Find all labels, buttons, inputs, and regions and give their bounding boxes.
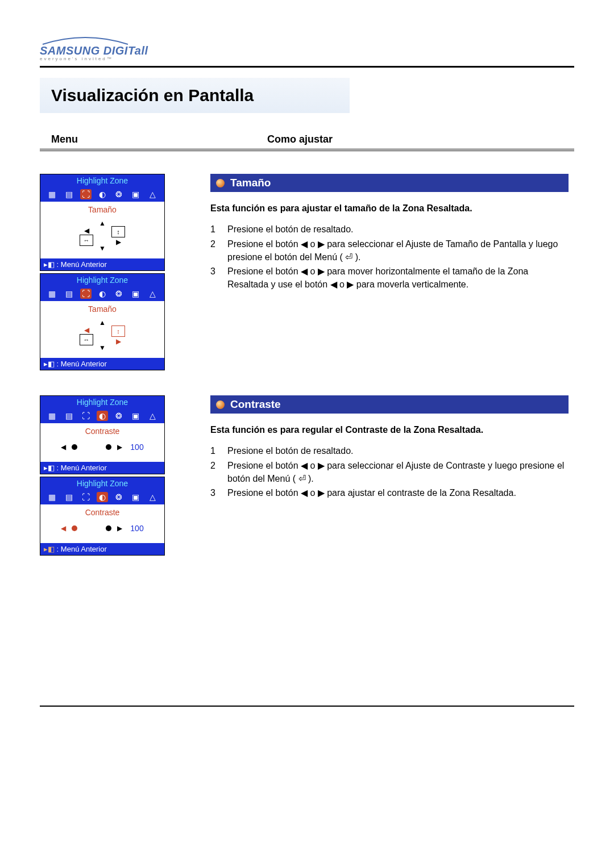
osd-title: Highlight Zone [40, 396, 164, 408]
section-intro: Esta función es para ajustar el tamaño d… [210, 202, 569, 215]
osd-icon: ◐ [97, 189, 108, 199]
step-item: Presione el botón de resaltado. [210, 444, 569, 457]
slider-knob [72, 444, 77, 450]
osd-icon-row: ▦ ▤ ⛶ ◐ ❂ ▣ △ [40, 408, 164, 423]
size-h-box: ↔ [80, 334, 93, 345]
arrow-right-icon: ▶ [117, 524, 122, 532]
section-header-tamano: Tamaño [210, 174, 569, 192]
arrow-up-icon: ▲ [99, 219, 106, 227]
size-v-box-active: ↕ [111, 326, 125, 337]
osd-footer: ▸◧ : Menú Anterior [40, 358, 164, 370]
instructions-contraste: Contraste Esta función es para regular e… [210, 395, 574, 500]
osd-body: Tamaño ▲ ◀↔ ↕▶ ▼ [40, 301, 164, 358]
instructions-tamano: Tamaño Esta función es para ajustar el t… [210, 174, 574, 292]
step-item: Presione el botón ◀ o ▶ para seleccionar… [210, 237, 569, 264]
column-headers: Menu Como ajustar [40, 133, 574, 149]
osd-size-widget: ▲ ◀↔ ↕▶ ▼ [78, 218, 126, 254]
osd-icon: ▣ [130, 189, 142, 199]
osd-title: Highlight Zone [40, 274, 164, 286]
arrow-right-icon: ▶ [116, 238, 121, 246]
osd-icon: ◐ [97, 289, 108, 299]
arrow-up-icon: ▲ [99, 319, 106, 327]
step-item: Presione el botón ◀ o ▶ para mover horiz… [210, 265, 569, 291]
osd-icon-size-selected: ⛶ [80, 289, 92, 299]
osd-icon: ▣ [130, 289, 142, 299]
osd-label: Tamaño [40, 304, 164, 314]
osd-icon-contrast-selected: ◐ [97, 411, 108, 421]
slider-value: 100 [130, 524, 143, 533]
header-divider [40, 149, 574, 151]
page-title: Visualización en Pantalla [51, 86, 338, 105]
bullet-icon [216, 400, 225, 409]
osd-body: Tamaño ▲ ◀↔ ↕▶ ▼ [40, 202, 164, 258]
osd-thumbnails-tamano: Highlight Zone ▦ ▤ ⛶ ◐ ❂ ▣ △ Tamaño ▲ ◀↔… [40, 174, 210, 373]
osd-screenshot: Highlight Zone ▦ ▤ ⛶ ◐ ❂ ▣ △ Contraste ◀… [40, 395, 165, 474]
brand-logo: SAMSUNG DIGITall everyone's invited™ [40, 34, 574, 61]
arrow-right-icon: ▶ [117, 443, 122, 451]
osd-icon: ▦ [47, 411, 58, 421]
osd-icon: △ [147, 492, 158, 502]
section-title: Contraste [230, 398, 281, 411]
osd-icon: ▣ [130, 411, 142, 421]
steps-list: Presione el botón de resaltado. Presione… [210, 223, 569, 291]
top-divider [40, 66, 574, 68]
slider-knob-active [72, 525, 77, 531]
osd-label: Tamaño [40, 205, 164, 214]
slider-knob [106, 525, 111, 531]
section-title: Tamaño [230, 177, 271, 189]
osd-icon: △ [147, 189, 158, 199]
osd-icon: ⛶ [80, 492, 92, 502]
osd-icon: ▤ [63, 411, 74, 421]
osd-icon: ❂ [113, 411, 125, 421]
arrow-left-icon: ◀ [61, 443, 66, 451]
arrow-down-icon: ▼ [99, 344, 106, 352]
osd-label: Contraste [40, 427, 164, 436]
osd-footer: ▸◧ : Menú Anterior [40, 258, 164, 270]
osd-icon-row: ▦ ▤ ⛶ ◐ ❂ ▣ △ [40, 286, 164, 301]
osd-screenshot: Highlight Zone ▦ ▤ ⛶ ◐ ❂ ▣ △ Contraste ◀… [40, 477, 165, 556]
header-menu: Menu [51, 133, 267, 145]
bullet-icon [216, 179, 225, 187]
step-item: Presione el botón ◀ o ▶ para ajustar el … [210, 486, 569, 499]
step-item: Presione el botón ◀ o ▶ para seleccionar… [210, 459, 569, 485]
osd-icon: ▦ [47, 289, 58, 299]
arrow-right-icon: ▶ [116, 337, 121, 345]
arrow-left-icon: ◀ [84, 227, 89, 235]
header-adjust: Como ajustar [267, 133, 563, 145]
slider-value: 100 [130, 443, 143, 452]
size-h-box: ↔ [80, 235, 93, 246]
osd-icon-row: ▦ ▤ ⛶ ◐ ❂ ▣ △ [40, 187, 164, 202]
steps-list: Presione el botón de resaltado. Presione… [210, 444, 569, 499]
section-header-contraste: Contraste [210, 395, 569, 414]
osd-icon: ▣ [130, 492, 142, 502]
size-v-box: ↕ [111, 226, 125, 237]
osd-footer: ▸◧ : Menú Anterior [40, 462, 164, 474]
osd-body: Contraste ◀ ▶ 100 [40, 504, 164, 543]
osd-icon: ❂ [113, 492, 125, 502]
brand-name: SAMSUNG DIGITall [40, 44, 574, 57]
osd-title: Highlight Zone [40, 174, 164, 187]
osd-icon: ▦ [47, 492, 58, 502]
osd-size-widget: ▲ ◀↔ ↕▶ ▼ [78, 317, 126, 353]
section-contraste: Highlight Zone ▦ ▤ ⛶ ◐ ❂ ▣ △ Contraste ◀… [40, 395, 574, 558]
osd-icon: ▤ [63, 189, 74, 199]
osd-contrast-slider: ◀ ▶ 100 [40, 438, 164, 457]
section-intro: Esta función es para regular el Contrast… [210, 424, 569, 436]
osd-icon: △ [147, 289, 158, 299]
osd-title: Highlight Zone [40, 477, 164, 490]
osd-label: Contraste [40, 508, 164, 517]
page-title-bar: Visualización en Pantalla [40, 78, 350, 113]
osd-icon: ▤ [63, 492, 74, 502]
arrow-left-icon: ◀ [61, 524, 66, 532]
osd-icon-contrast-selected: ◐ [97, 492, 108, 502]
osd-icon: ❂ [113, 189, 125, 199]
osd-contrast-slider: ◀ ▶ 100 [40, 519, 164, 539]
osd-icon-size-selected: ⛶ [80, 189, 92, 199]
osd-screenshot: Highlight Zone ▦ ▤ ⛶ ◐ ❂ ▣ △ Tamaño ▲ ◀↔… [40, 174, 165, 271]
osd-icon: ⛶ [80, 411, 92, 421]
step-item: Presione el botón de resaltado. [210, 223, 569, 236]
osd-icon-row: ▦ ▤ ⛶ ◐ ❂ ▣ △ [40, 490, 164, 504]
osd-screenshot: Highlight Zone ▦ ▤ ⛶ ◐ ❂ ▣ △ Tamaño ▲ ◀↔… [40, 273, 165, 370]
section-tamano: Highlight Zone ▦ ▤ ⛶ ◐ ❂ ▣ △ Tamaño ▲ ◀↔… [40, 174, 574, 373]
osd-icon: △ [147, 411, 158, 421]
